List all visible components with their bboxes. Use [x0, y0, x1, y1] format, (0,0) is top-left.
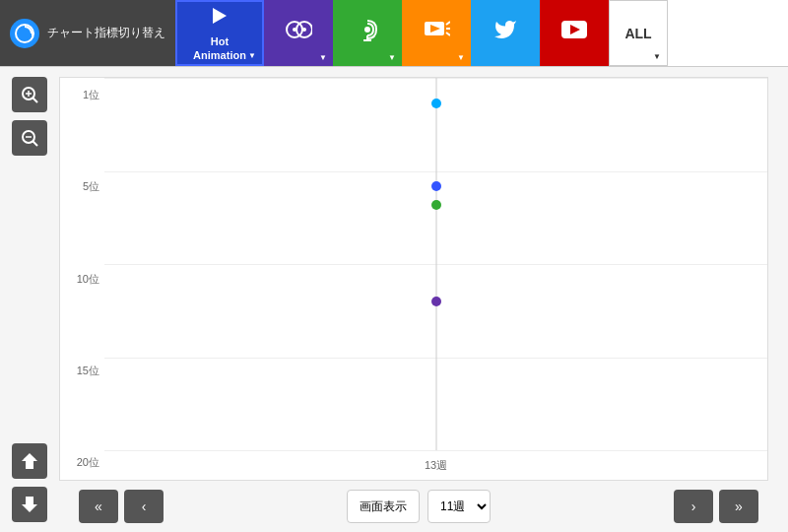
svg-marker-26 — [22, 497, 37, 512]
all-chevron: ▼ — [653, 52, 661, 61]
chart-container: 1位 5位 10位 15位 20位 — [59, 67, 788, 532]
footer-nav-left: « ‹ — [79, 490, 164, 523]
twitter-icon — [493, 18, 517, 47]
tab-podcast[interactable]: ▼ — [333, 0, 402, 66]
header: チャート指標切り替え HotAnimation ▼ ▼ — [0, 0, 788, 67]
footer: « ‹ 画面表示 11週 12週 13週 14週 15週 › » — [59, 481, 778, 532]
youtube-icon — [560, 18, 588, 47]
hot-animation-label: HotAnimation — [193, 35, 246, 61]
tab-all[interactable]: ALL ▼ — [609, 0, 668, 66]
logo-icon — [10, 19, 39, 48]
x-label: 13週 — [425, 458, 447, 473]
y-axis: 1位 5位 10位 15位 20位 — [60, 78, 104, 480]
data-line — [435, 78, 436, 450]
footer-center: 画面表示 11週 12週 13週 14週 15週 — [347, 490, 491, 523]
svg-point-6 — [302, 28, 306, 32]
dot-rank5 — [431, 200, 441, 210]
svg-line-13 — [446, 33, 450, 35]
logo-area: チャート指標切り替え — [0, 0, 175, 66]
tab-hot-animation[interactable]: HotAnimation ▼ — [175, 0, 264, 66]
chart-plot — [104, 78, 767, 450]
svg-point-7 — [364, 27, 370, 33]
y-label-15: 15位 — [60, 364, 104, 378]
youtube-live-chevron: ▼ — [457, 53, 465, 62]
sidebar — [0, 67, 59, 532]
dot-rank13 — [431, 297, 441, 306]
footer-nav-right: › » — [674, 490, 758, 523]
hot-animation-icon — [208, 4, 231, 33]
main-area: 1位 5位 10位 15位 20位 — [0, 67, 788, 532]
hot-animation-chevron: ▼ — [248, 51, 256, 60]
podcast-chevron: ▼ — [388, 53, 396, 62]
dot-rank4 — [431, 181, 441, 191]
svg-line-12 — [446, 22, 450, 25]
all-label: ALL — [624, 26, 651, 41]
week-select[interactable]: 11週 12週 13週 14週 15週 — [427, 490, 491, 523]
x-axis: 13週 — [104, 450, 767, 480]
scroll-down-button[interactable] — [12, 487, 47, 522]
tab-twitter[interactable] — [471, 0, 540, 66]
tab-youtube-live[interactable]: ▼ — [402, 0, 471, 66]
scroll-up-button[interactable] — [12, 443, 47, 479]
y-label-10: 10位 — [60, 272, 104, 287]
y-label-5: 5位 — [60, 179, 104, 194]
youtube-live-icon — [423, 18, 450, 47]
zoom-in-button[interactable] — [12, 77, 47, 112]
svg-line-18 — [33, 98, 37, 102]
zoom-out-button[interactable] — [12, 120, 47, 156]
tab-youtube[interactable] — [540, 0, 609, 66]
chart-area: 1位 5位 10位 15位 20位 — [59, 77, 768, 481]
niconico-icon — [285, 18, 312, 47]
svg-line-22 — [33, 141, 37, 146]
podcast-icon — [356, 18, 379, 47]
y-label-1: 1位 — [60, 88, 104, 102]
next-page-button[interactable]: › — [674, 490, 713, 523]
display-button[interactable]: 画面表示 — [347, 490, 420, 523]
y-label-20: 20位 — [60, 455, 104, 470]
dot-rank1 — [431, 99, 441, 108]
prev-page-button[interactable]: ‹ — [124, 490, 164, 523]
last-page-button[interactable]: » — [719, 490, 758, 523]
tab-niconico[interactable]: ▼ — [264, 0, 333, 66]
svg-marker-2 — [213, 8, 227, 24]
first-page-button[interactable]: « — [79, 490, 118, 523]
logo-text: チャート指標切り替え — [47, 25, 165, 41]
niconico-chevron: ▼ — [319, 53, 327, 62]
nav-tabs: HotAnimation ▼ ▼ — [175, 0, 788, 66]
